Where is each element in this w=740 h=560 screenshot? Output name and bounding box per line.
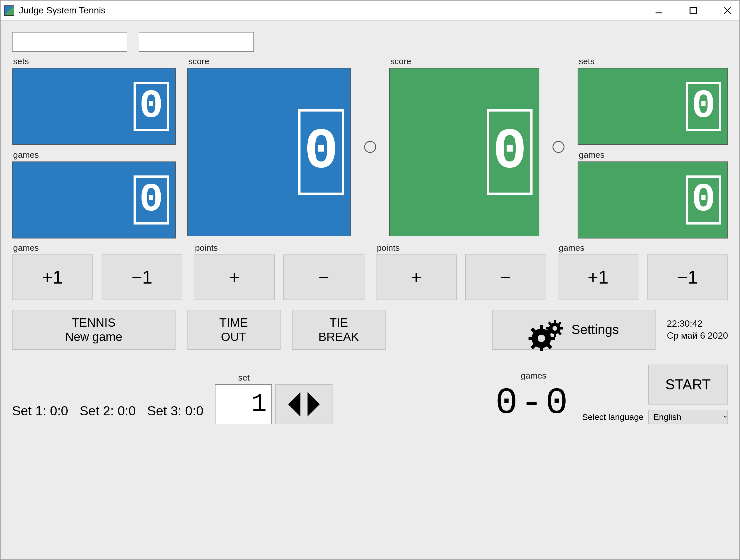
player-right-name-input[interactable] [139, 32, 254, 52]
settings-button[interactable]: Settings [492, 310, 655, 350]
right-sets-display: 0 [578, 68, 728, 145]
select-language-label: Select language [582, 412, 644, 422]
svg-rect-7 [529, 337, 533, 340]
set1-summary: Set 1: 0:0 [12, 403, 68, 419]
svg-rect-1 [690, 7, 696, 14]
set-spinner-label: set [238, 373, 250, 382]
tiebreak-button[interactable]: TIE BREAK [292, 310, 385, 350]
timeout-button[interactable]: TIME OUT [187, 310, 281, 350]
svg-marker-24 [288, 392, 300, 417]
set2-summary: Set 2: 0:0 [80, 403, 136, 419]
set-spinner-value[interactable]: 1 [215, 384, 272, 424]
left-points-minus-button[interactable]: − [283, 254, 364, 300]
maximize-button[interactable] [685, 5, 702, 16]
app-icon [4, 5, 14, 16]
left-points-plus-button[interactable]: + [194, 254, 275, 300]
left-games-display: 0 [12, 161, 176, 238]
sets-summary: Set 1: 0:0 Set 2: 0:0 Set 3: 0:0 [12, 403, 203, 424]
left-points-btn-label: points [195, 243, 364, 253]
svg-rect-8 [550, 337, 555, 340]
svg-rect-18 [560, 327, 563, 330]
serve-indicator-left[interactable] [364, 141, 376, 153]
set-spinner-arrows[interactable] [275, 384, 333, 424]
left-games-label: games [13, 150, 176, 160]
window-controls [650, 5, 736, 16]
right-sets-value: 0 [686, 82, 721, 131]
left-sets-display: 0 [12, 68, 176, 145]
svg-point-13 [538, 335, 545, 342]
right-score-display: 0 [389, 68, 540, 236]
close-button[interactable] [719, 5, 736, 16]
svg-rect-15 [554, 320, 556, 323]
left-score-label: score [188, 57, 351, 66]
window-title: Judge System Tennis [19, 5, 106, 16]
right-score-value: 0 [487, 109, 533, 195]
clock-block: 22:30:42 Ср май 6 2020 [667, 310, 728, 350]
serve-indicator-right[interactable] [553, 141, 564, 153]
right-games-btn-label: games [559, 243, 728, 253]
app-window: Judge System Tennis se [0, 0, 740, 560]
right-games-plus-button[interactable]: +1 [558, 254, 639, 300]
right-games-minus-button[interactable]: −1 [647, 254, 728, 300]
set3-summary: Set 3: 0:0 [147, 403, 203, 419]
gear-icon [529, 305, 566, 354]
minimize-button[interactable] [650, 5, 667, 16]
left-sets-label: sets [13, 57, 176, 66]
right-sets-label: sets [579, 57, 728, 66]
clock-time: 22:30:42 [667, 318, 728, 330]
arrow-right-icon [305, 390, 322, 419]
left-sets-value: 0 [133, 82, 169, 131]
right-games-display: 0 [578, 161, 728, 238]
left-score-display: 0 [187, 68, 351, 236]
right-points-minus-button[interactable]: − [465, 254, 546, 300]
left-games-btn-label: games [13, 243, 182, 253]
left-games-value: 0 [133, 176, 169, 225]
svg-marker-25 [307, 392, 319, 417]
right-points-btn-label: points [377, 243, 546, 253]
right-score-label: score [390, 57, 540, 66]
games-display-label: games [521, 371, 547, 380]
svg-rect-17 [546, 327, 550, 330]
settings-label: Settings [571, 322, 619, 337]
left-games-minus-button[interactable]: −1 [102, 254, 183, 300]
arrow-left-icon [286, 390, 303, 419]
right-games-label: games [579, 150, 728, 160]
clock-date: Ср май 6 2020 [667, 330, 728, 342]
right-games-value: 0 [686, 176, 721, 225]
svg-rect-5 [540, 325, 543, 330]
left-score-value: 0 [298, 109, 344, 195]
new-game-button[interactable]: TENNIS New game [12, 310, 176, 350]
svg-point-23 [553, 326, 557, 331]
svg-rect-6 [540, 347, 543, 351]
titlebar: Judge System Tennis [1, 1, 739, 20]
games-display-value: 0-0 [495, 382, 571, 424]
language-select[interactable]: English [648, 410, 728, 424]
player-left-name-input[interactable] [12, 32, 127, 52]
client-area: sets 0 games 0 score 0 [1, 20, 739, 559]
right-points-plus-button[interactable]: + [376, 254, 457, 300]
start-button[interactable]: START [648, 364, 728, 405]
left-games-plus-button[interactable]: +1 [12, 254, 93, 300]
svg-rect-16 [554, 333, 556, 337]
